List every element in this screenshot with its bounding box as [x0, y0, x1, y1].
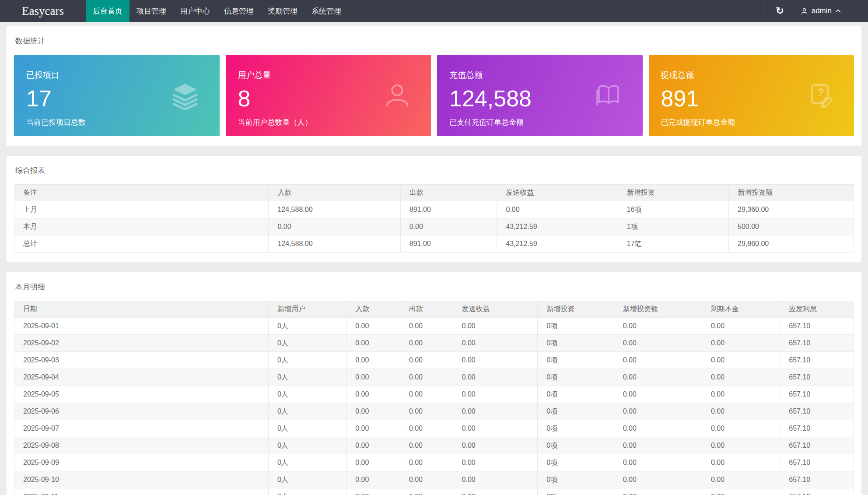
table-cell: 1项 [618, 218, 728, 235]
main-menu: 后台首页 项目管理 用户中心 信息管理 奖励管理 系统管理 [86, 0, 348, 22]
user-menu[interactable]: admin [796, 0, 868, 22]
layers-icon [171, 81, 200, 110]
table-row: 2025-09-060人0.000.000.000项0.000.00657.10 [14, 403, 854, 420]
table-cell: 0.00 [400, 437, 453, 454]
table-cell: 0.00 [453, 352, 538, 369]
nav-item-system[interactable]: 系统管理 [304, 0, 348, 22]
table-cell: 0人 [268, 488, 346, 495]
document-question-icon: ? [806, 81, 834, 109]
table-cell: 0.00 [400, 318, 453, 335]
nav-item-users[interactable]: 用户中心 [173, 0, 217, 22]
table-row: 2025-09-050人0.000.000.000项0.000.00657.10 [14, 386, 854, 403]
table-cell: 0.00 [702, 454, 780, 471]
summary-section-title: 综合报表 [15, 165, 854, 176]
table-cell: 0项 [538, 454, 614, 471]
summary-report-panel: 综合报表 备注入款出款发送收益新增投资新增投资额 上月124,588.00891… [7, 156, 861, 262]
table-cell: 0人 [268, 471, 346, 488]
table-cell: 0.00 [614, 369, 702, 386]
table-cell: 0项 [538, 335, 614, 352]
table-cell: 16项 [618, 201, 728, 218]
column-header: 日期 [14, 301, 269, 318]
table-cell: 0项 [538, 488, 614, 495]
table-cell: 0.00 [453, 488, 538, 495]
table-cell: 0项 [538, 352, 614, 369]
table-cell: 0.00 [346, 471, 400, 488]
stat-label: 已投项目 [26, 70, 206, 81]
table-cell: 0.00 [702, 318, 780, 335]
table-cell: 0.00 [400, 352, 453, 369]
table-cell: 2025-09-01 [14, 318, 269, 335]
table-cell: 0.00 [702, 352, 780, 369]
table-cell: 124,588.00 [269, 201, 400, 218]
table-cell: 0项 [538, 420, 614, 437]
table-row: 本月0.000.0043,212.591项500.00 [14, 218, 854, 235]
table-cell: 657.10 [780, 352, 854, 369]
table-row: 2025-09-100人0.000.000.000项0.000.00657.10 [14, 471, 854, 488]
table-cell: 2025-09-09 [14, 454, 269, 471]
table-cell: 0.00 [346, 437, 400, 454]
column-header: 发送收益 [497, 185, 618, 201]
table-cell: 0人 [268, 369, 346, 386]
table-cell: 0人 [268, 403, 346, 420]
table-cell: 891.00 [400, 235, 497, 253]
table-row: 上月124,588.00891.000.0016项29,360.00 [14, 201, 854, 218]
table-cell: 0.00 [346, 369, 400, 386]
stat-card-users: 用户总量 8 当前用户总数量（人） [226, 55, 431, 136]
table-cell: 657.10 [780, 318, 854, 335]
table-cell: 0人 [268, 335, 346, 352]
table-cell: 0项 [538, 386, 614, 403]
table-cell: 657.10 [780, 369, 854, 386]
table-cell: 0.00 [614, 352, 702, 369]
stat-label: 提现总额 [661, 70, 841, 81]
table-cell: 0.00 [453, 403, 538, 420]
nav-item-rewards[interactable]: 奖励管理 [261, 0, 304, 22]
table-cell: 0.00 [400, 386, 453, 403]
month-detail-table: 日期新增用户入款出款发送收益新增投资新增投资额到期本金应发利息 2025-09-… [14, 301, 854, 495]
nav-item-dashboard[interactable]: 后台首页 [86, 0, 130, 22]
table-cell: 本月 [14, 218, 269, 235]
table-cell: 124,588.00 [269, 235, 400, 253]
table-cell: 2025-09-11 [14, 488, 269, 495]
table-row: 2025-09-070人0.000.000.000项0.000.00657.10 [14, 420, 854, 437]
table-row: 2025-09-080人0.000.000.000项0.000.00657.10 [14, 437, 854, 454]
table-cell: 2025-09-02 [14, 335, 269, 352]
table-cell: 657.10 [780, 420, 854, 437]
table-cell: 0.00 [702, 369, 780, 386]
nav-item-info[interactable]: 信息管理 [217, 0, 261, 22]
nav-item-projects[interactable]: 项目管理 [130, 0, 173, 22]
table-cell: 0.00 [453, 386, 538, 403]
table-cell: 0.00 [614, 471, 702, 488]
table-row: 总计124,588.00891.0043,212.5917笔29,860.00 [14, 235, 854, 253]
table-cell: 0项 [538, 369, 614, 386]
table-cell: 0.00 [400, 335, 453, 352]
table-cell: 0.00 [453, 369, 538, 386]
table-cell: 500.00 [729, 218, 854, 235]
table-cell: 0.00 [400, 471, 453, 488]
table-cell: 657.10 [780, 488, 854, 495]
table-cell: 0.00 [346, 454, 400, 471]
table-cell: 0.00 [614, 488, 702, 495]
column-header: 新增投资 [618, 185, 728, 201]
table-cell: 0人 [268, 318, 346, 335]
table-cell: 2025-09-03 [14, 352, 269, 369]
table-cell: 0.00 [346, 403, 400, 420]
table-header-row: 备注入款出款发送收益新增投资新增投资额 [14, 185, 854, 201]
table-row: 2025-09-020人0.000.000.000项0.000.00657.10 [14, 335, 854, 352]
column-header: 新增用户 [268, 301, 346, 318]
table-cell: 2025-09-04 [14, 369, 269, 386]
table-cell: 0.00 [702, 471, 780, 488]
refresh-button[interactable]: ↻ [763, 0, 796, 22]
table-cell: 0.00 [453, 335, 538, 352]
table-cell: 0.00 [702, 437, 780, 454]
table-cell: 0项 [538, 437, 614, 454]
stat-cards-row: 已投项目 17 当前已投项目总数 用户总量 8 当前用户总数量（人） [14, 55, 854, 136]
month-detail-section-title: 本月明细 [15, 282, 854, 292]
table-cell: 2025-09-05 [14, 386, 269, 403]
table-row: 2025-09-030人0.000.000.000项0.000.00657.10 [14, 352, 854, 369]
stat-label: 充值总额 [449, 70, 630, 81]
table-cell: 0.00 [614, 386, 702, 403]
brand-logo[interactable]: Easycars [0, 0, 86, 22]
table-cell: 0人 [268, 386, 346, 403]
table-cell: 0.00 [346, 352, 400, 369]
table-cell: 657.10 [780, 454, 854, 471]
